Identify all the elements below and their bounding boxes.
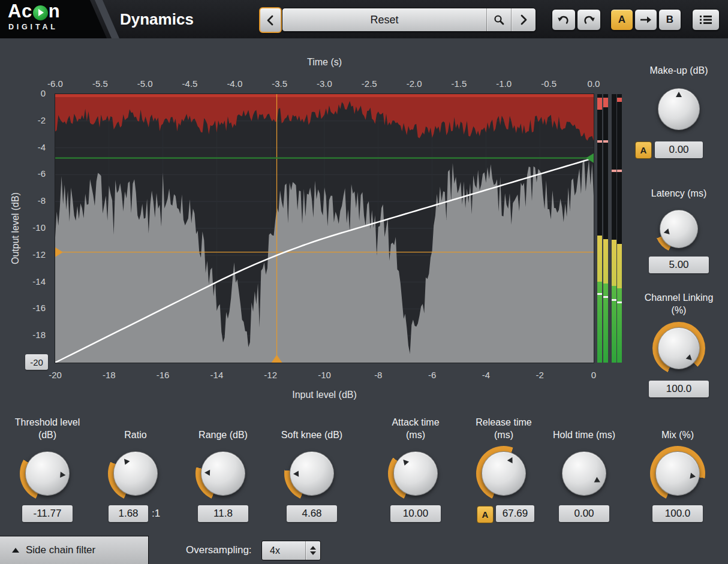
preset-previous-button[interactable]	[259, 7, 282, 33]
hold-label: Hold time (ms)	[551, 415, 617, 441]
input-tick: -16	[148, 370, 178, 380]
ab-compare-a-button[interactable]: A	[610, 9, 633, 31]
spinner-up-icon	[310, 546, 316, 550]
mix-value[interactable]: 100.0	[652, 505, 703, 522]
release-label: Release time (ms)	[471, 415, 537, 441]
release-ab-badge[interactable]: A	[477, 506, 494, 523]
dynamics-transfer-graph[interactable]	[55, 94, 594, 363]
ratio-value[interactable]: 1.68	[109, 505, 148, 522]
output-tick: -10	[20, 222, 46, 233]
oversampling-label: Oversampling:	[186, 536, 252, 564]
hold-value[interactable]: 0.00	[559, 505, 609, 522]
makeup-ab-badge[interactable]: A	[635, 141, 652, 159]
meter-bar	[612, 94, 616, 363]
preset-next-button[interactable]	[511, 8, 536, 31]
input-tick: -14	[201, 370, 231, 380]
chevron-right-icon	[519, 14, 528, 26]
ratio-unit: :1	[152, 505, 160, 522]
output-tick: -8	[20, 195, 46, 206]
triangle-up-icon	[12, 548, 19, 553]
hold-knob[interactable]	[556, 446, 612, 501]
makeup-label: Make-up (dB)	[646, 50, 712, 77]
oversampling-dropdown[interactable]: 4x	[261, 541, 321, 560]
ratio-label: Ratio	[103, 415, 169, 441]
time-tick: -5.5	[85, 79, 115, 89]
time-tick: -3.0	[309, 79, 339, 89]
makeup-knob[interactable]	[652, 83, 705, 135]
threshold-knob[interactable]	[20, 446, 75, 501]
axis-corner-value: -20	[25, 354, 48, 370]
search-icon	[493, 14, 505, 26]
undo-icon	[557, 14, 570, 26]
oversampling-value: 4x	[262, 541, 305, 560]
side-chain-filter-label: Side chain filter	[26, 544, 95, 556]
header-bar: Acn DIGITAL Dynamics Reset A B	[0, 0, 728, 38]
dynamics-plugin-window: Acn DIGITAL Dynamics Reset A B	[0, 0, 728, 564]
time-tick: -5.0	[130, 79, 160, 89]
input-tick: -8	[363, 370, 393, 380]
logo-text-2: n	[49, 1, 60, 22]
time-tick: -4.0	[219, 79, 249, 89]
redo-button[interactable]	[577, 9, 601, 31]
range-value[interactable]: 11.8	[198, 505, 248, 522]
logo-wordmark: Acn	[8, 1, 60, 22]
input-tick: -2	[525, 370, 555, 380]
time-tick: -4.5	[175, 79, 204, 89]
attack-value[interactable]: 10.00	[390, 505, 441, 522]
time-tick: -2.0	[399, 79, 429, 89]
redo-icon	[582, 14, 595, 26]
side-chain-filter-button[interactable]: Side chain filter	[0, 536, 149, 564]
time-tick: -3.5	[264, 79, 294, 89]
undo-button[interactable]	[552, 9, 576, 31]
release-knob[interactable]	[476, 446, 531, 501]
latency-knob[interactable]	[655, 205, 703, 253]
output-tick: -6	[20, 168, 46, 179]
attack-knob[interactable]	[388, 446, 443, 501]
output-tick: 0	[20, 88, 46, 98]
time-axis-label: Time (s)	[264, 57, 384, 68]
meter-bar	[603, 94, 608, 363]
output-tick: -4	[20, 142, 46, 152]
menu-button[interactable]	[692, 9, 720, 31]
attack-label: Attack time (ms)	[383, 415, 449, 441]
input-tick: -12	[255, 370, 285, 380]
preset-search-button[interactable]	[486, 8, 511, 31]
ratio-knob[interactable]	[108, 446, 163, 501]
range-knob[interactable]	[195, 446, 251, 501]
channel-linking-value[interactable]: 100.0	[649, 381, 709, 397]
output-axis-label: Output level (dB)	[10, 174, 21, 282]
dropdown-spinner[interactable]	[305, 541, 320, 560]
meter-bar	[617, 94, 622, 363]
threshold-label: Threshold level (dB)	[14, 415, 80, 441]
preset-name[interactable]: Reset	[282, 8, 486, 31]
channel-linking-label: Channel Linking (%)	[643, 290, 715, 316]
release-value[interactable]: 67.69	[496, 505, 534, 522]
input-tick: -6	[417, 370, 447, 380]
output-tick: -2	[20, 115, 46, 125]
menu-list-icon	[699, 14, 712, 25]
channel-linking-knob[interactable]	[652, 322, 705, 375]
output-tick: -14	[20, 276, 46, 286]
plugin-title: Dynamics	[120, 0, 194, 38]
time-tick: -6.0	[40, 79, 70, 89]
time-tick: -1.0	[489, 79, 519, 89]
threshold-value[interactable]: -11.77	[22, 505, 73, 522]
preset-bar[interactable]: Reset	[282, 8, 536, 32]
chevron-left-icon	[266, 14, 275, 26]
output-tick: -18	[20, 330, 46, 340]
input-axis-label: Input level (dB)	[264, 390, 384, 400]
makeup-value[interactable]: 0.00	[655, 141, 703, 158]
mix-label: Mix (%)	[645, 415, 711, 441]
ab-copy-button[interactable]	[634, 9, 657, 31]
input-tick: -4	[471, 370, 501, 380]
softknee-value[interactable]: 4.68	[287, 505, 337, 522]
output-tick: -12	[20, 249, 46, 260]
mix-knob[interactable]	[650, 446, 705, 501]
ab-compare-b-button[interactable]: B	[658, 9, 681, 31]
latency-value[interactable]: 5.00	[649, 257, 709, 273]
softknee-knob[interactable]	[284, 446, 339, 501]
input-tick: -20	[40, 370, 70, 380]
logo-text-1: Ac	[8, 1, 32, 22]
meter-bar	[597, 94, 602, 363]
latency-label: Latency (ms)	[646, 173, 712, 200]
